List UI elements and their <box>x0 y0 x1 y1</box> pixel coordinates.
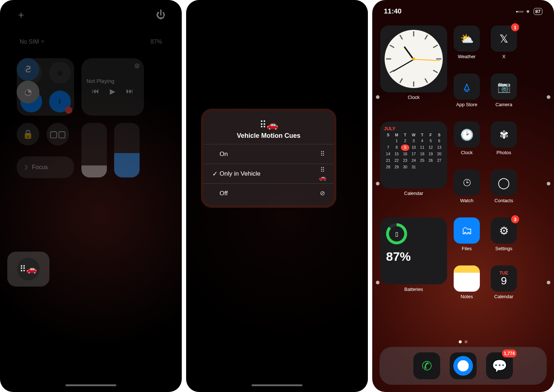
batteries-widget[interactable]: ▯ 87% <box>380 217 447 284</box>
panel-vmc-menu: ⠿🚗 Vehicle Motion Cues On ⠿ ✓ Only in Ve… <box>186 0 368 392</box>
settings-icon: ⚙︎3 <box>491 217 517 244</box>
home-indicator[interactable] <box>65 384 116 386</box>
focus-tile[interactable]: ☽ Focus <box>17 156 74 178</box>
volume-slider[interactable] <box>114 123 140 177</box>
app-appstore[interactable]: ⍙App Store <box>449 73 484 116</box>
prev-icon[interactable]: ⏮ <box>92 87 99 96</box>
cues-vehicle-icon: ⠿🚗 <box>318 166 327 181</box>
stopwatch-icon[interactable]: ◔ <box>17 81 39 103</box>
clock-widget[interactable]: /*ticks drawn below by JS*/ <box>380 25 447 92</box>
check-icon: ✓ <box>210 170 220 178</box>
motion-cue-dot <box>376 95 380 99</box>
panel-home-screen: 11:40 ▪▫▫▫ ᯤ 87 /*ticks drawn below by J… <box>372 0 554 392</box>
page-indicator[interactable] <box>459 340 467 343</box>
calendar-month: JULY <box>384 125 443 132</box>
photos-icon: ✾ <box>491 121 517 148</box>
motion-cue-dot <box>376 182 380 185</box>
app-photos[interactable]: ✾Photos <box>486 121 521 164</box>
vmc-menu-card: ⠿🚗 Vehicle Motion Cues On ⠿ ✓ Only in Ve… <box>201 109 336 207</box>
app-weather[interactable]: ⛅Weather <box>449 25 484 68</box>
motion-cue-dot <box>376 281 380 284</box>
power-icon[interactable]: ⏻ <box>156 9 166 20</box>
vehicle-motion-cues-icon: ⠿🚗 <box>17 258 40 280</box>
orientation-lock-icon[interactable]: 🔒 <box>17 123 39 145</box>
vehicle-motion-cues-icon: ⠿🚗 <box>207 119 330 131</box>
app-settings[interactable]: ⚙︎3Settings <box>486 217 521 260</box>
home-indicator[interactable] <box>252 384 302 386</box>
calendar-icon: TUE9 <box>491 265 517 292</box>
wifi-icon: ᯤ <box>526 8 531 15</box>
shazam-icon[interactable]: Ƨ <box>17 58 39 81</box>
weather-icon: ⛅ <box>454 25 480 52</box>
app-clock-small[interactable]: 🕑Clock <box>449 121 484 164</box>
widget-label: Batteries <box>404 287 423 292</box>
app-files[interactable]: 🗂Files <box>449 217 484 260</box>
x-icon: 𝕏1 <box>491 25 517 52</box>
airplay-icon[interactable]: ◎ <box>135 62 140 69</box>
home-grid: /*ticks drawn below by JS*/ Clock ⛅Weath… <box>380 25 546 348</box>
app-calendar-small[interactable]: TUE9Calendar <box>486 265 521 308</box>
control-center-tiles: ✈︎ ◎ ᯤ ᛒ ◎ Not Playing ⏮▶⏭ 🔒 ▢▢ ☽ Focus … <box>17 58 148 255</box>
focus-icon: ☽ <box>23 164 28 171</box>
vmc-option-only-in-vehicle[interactable]: ✓ Only in Vehicle ⠿🚗 <box>204 164 334 183</box>
clock-face-icon: /*ticks drawn below by JS*/ <box>385 30 443 88</box>
battery-label: 87% <box>150 39 162 45</box>
cellular-icon: ▪▫▫▫ <box>516 8 523 15</box>
badge: 1,774 <box>502 349 517 357</box>
cues-off-icon: ⊘ <box>318 189 327 197</box>
app-watch[interactable]: ⌚︎Watch <box>449 169 484 212</box>
add-control-button[interactable]: ＋ <box>16 9 26 20</box>
watch-icon: ⌚︎ <box>454 169 480 196</box>
vmc-title: Vehicle Motion Cues <box>207 132 330 140</box>
vmc-option-off[interactable]: Off ⊘ <box>204 183 334 203</box>
media-tile[interactable]: ◎ Not Playing ⏮▶⏭ <box>81 58 144 116</box>
app-contacts[interactable]: ◯Contacts <box>486 169 521 212</box>
panel-control-center-edit: ＋ ⏻ No SIM ᯤ 87% ✈︎ ◎ ᯤ ᛒ ◎ Not Playing … <box>0 0 182 392</box>
dock-messages[interactable]: 💬1,774 <box>486 352 513 379</box>
files-icon: 🗂 <box>454 217 480 244</box>
widget-label: Calendar <box>404 191 423 196</box>
app-notes[interactable]: ≣Notes <box>449 265 484 308</box>
carrier-label: No SIM ᯤ <box>20 39 47 45</box>
play-icon[interactable]: ▶ <box>110 87 115 96</box>
dock-phone[interactable]: ✆ <box>413 352 440 379</box>
brightness-slider[interactable] <box>81 123 107 177</box>
calendar-widget[interactable]: JULY SMTWTFS1234567891011121314151617181… <box>380 121 447 188</box>
battery-ring-icon: ▯ <box>386 223 407 244</box>
now-playing-label: Not Playing <box>87 78 139 84</box>
contacts-icon: ◯ <box>491 169 517 196</box>
clock-icon: 🕑 <box>454 121 480 148</box>
camera-icon: 📷 <box>491 73 517 100</box>
app-camera[interactable]: 📷Camera <box>486 73 521 116</box>
bluetooth-icon[interactable]: ᛒ <box>49 91 71 112</box>
notes-icon: ≣ <box>454 265 480 292</box>
app-x[interactable]: 𝕏1X <box>486 25 521 68</box>
screen-mirroring-icon[interactable]: ▢▢ <box>47 123 69 145</box>
vmc-option-on[interactable]: On ⠿ <box>204 144 334 164</box>
cues-on-icon: ⠿ <box>318 150 327 158</box>
badge: 1 <box>511 23 519 31</box>
status-time: 11:40 <box>384 7 402 15</box>
calendar-table: SMTWTFS123456789101112131415161718192021… <box>384 132 443 171</box>
airdrop-icon[interactable]: ◎ <box>49 62 71 84</box>
vehicle-motion-cues-toggle[interactable]: ⠿🚗 <box>7 252 49 287</box>
dock-safari[interactable]: ✦ <box>450 352 477 379</box>
next-icon[interactable]: ⏭ <box>126 87 133 96</box>
widget-label: Clock <box>408 95 420 100</box>
status-bar: 11:40 ▪▫▫▫ ᯤ 87 <box>372 7 554 15</box>
battery-pill: 87 <box>534 8 542 15</box>
badge: 3 <box>511 215 519 223</box>
appstore-icon: ⍙ <box>454 73 480 100</box>
battery-percent: 87% <box>386 249 411 264</box>
dock: ✆ ✦ 💬1,774 <box>380 347 547 385</box>
